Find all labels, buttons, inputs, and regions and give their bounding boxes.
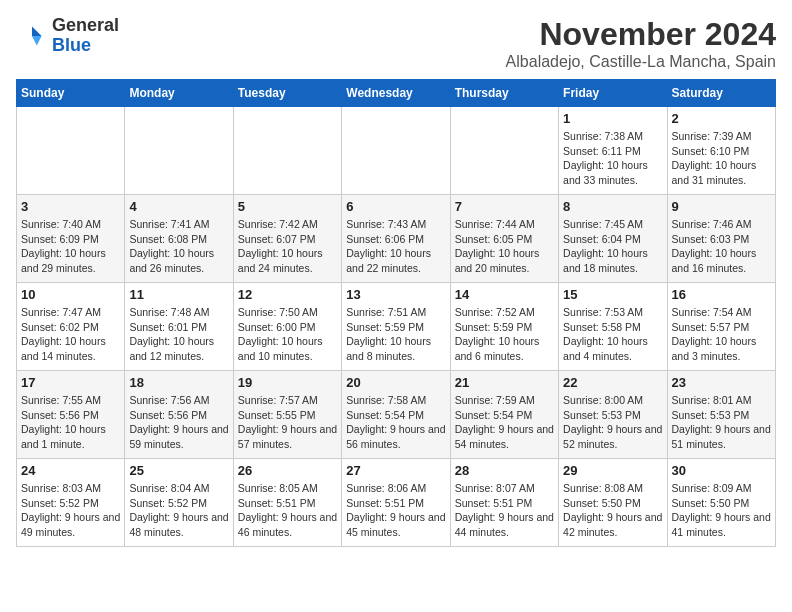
day-number: 15 [563,287,662,302]
day-number: 19 [238,375,337,390]
day-number: 18 [129,375,228,390]
calendar-cell: 28Sunrise: 8:07 AM Sunset: 5:51 PM Dayli… [450,459,558,547]
calendar-cell: 4Sunrise: 7:41 AM Sunset: 6:08 PM Daylig… [125,195,233,283]
title-block: November 2024 Albaladejo, Castille-La Ma… [506,16,776,71]
calendar-week-row: 17Sunrise: 7:55 AM Sunset: 5:56 PM Dayli… [17,371,776,459]
calendar-week-row: 3Sunrise: 7:40 AM Sunset: 6:09 PM Daylig… [17,195,776,283]
day-of-week-header: Saturday [667,80,775,107]
day-number: 12 [238,287,337,302]
calendar-cell: 27Sunrise: 8:06 AM Sunset: 5:51 PM Dayli… [342,459,450,547]
day-info: Sunrise: 7:57 AM Sunset: 5:55 PM Dayligh… [238,393,337,452]
day-number: 6 [346,199,445,214]
day-info: Sunrise: 8:00 AM Sunset: 5:53 PM Dayligh… [563,393,662,452]
day-number: 9 [672,199,771,214]
day-info: Sunrise: 7:41 AM Sunset: 6:08 PM Dayligh… [129,217,228,276]
day-info: Sunrise: 8:01 AM Sunset: 5:53 PM Dayligh… [672,393,771,452]
day-info: Sunrise: 7:52 AM Sunset: 5:59 PM Dayligh… [455,305,554,364]
day-number: 14 [455,287,554,302]
day-info: Sunrise: 7:56 AM Sunset: 5:56 PM Dayligh… [129,393,228,452]
calendar-cell: 2Sunrise: 7:39 AM Sunset: 6:10 PM Daylig… [667,107,775,195]
day-number: 17 [21,375,120,390]
day-info: Sunrise: 7:55 AM Sunset: 5:56 PM Dayligh… [21,393,120,452]
calendar-cell: 5Sunrise: 7:42 AM Sunset: 6:07 PM Daylig… [233,195,341,283]
day-info: Sunrise: 7:42 AM Sunset: 6:07 PM Dayligh… [238,217,337,276]
calendar-cell: 11Sunrise: 7:48 AM Sunset: 6:01 PM Dayli… [125,283,233,371]
day-number: 21 [455,375,554,390]
day-info: Sunrise: 7:53 AM Sunset: 5:58 PM Dayligh… [563,305,662,364]
calendar-cell: 30Sunrise: 8:09 AM Sunset: 5:50 PM Dayli… [667,459,775,547]
day-info: Sunrise: 7:44 AM Sunset: 6:05 PM Dayligh… [455,217,554,276]
calendar-header-row: SundayMondayTuesdayWednesdayThursdayFrid… [17,80,776,107]
day-number: 28 [455,463,554,478]
calendar-cell: 14Sunrise: 7:52 AM Sunset: 5:59 PM Dayli… [450,283,558,371]
calendar-cell: 25Sunrise: 8:04 AM Sunset: 5:52 PM Dayli… [125,459,233,547]
calendar-cell [233,107,341,195]
day-info: Sunrise: 8:07 AM Sunset: 5:51 PM Dayligh… [455,481,554,540]
day-info: Sunrise: 7:45 AM Sunset: 6:04 PM Dayligh… [563,217,662,276]
day-info: Sunrise: 7:54 AM Sunset: 5:57 PM Dayligh… [672,305,771,364]
calendar-week-row: 1Sunrise: 7:38 AM Sunset: 6:11 PM Daylig… [17,107,776,195]
day-number: 4 [129,199,228,214]
day-number: 1 [563,111,662,126]
day-of-week-header: Thursday [450,80,558,107]
day-number: 22 [563,375,662,390]
day-info: Sunrise: 8:09 AM Sunset: 5:50 PM Dayligh… [672,481,771,540]
calendar-cell: 20Sunrise: 7:58 AM Sunset: 5:54 PM Dayli… [342,371,450,459]
day-info: Sunrise: 7:40 AM Sunset: 6:09 PM Dayligh… [21,217,120,276]
logo-text: General Blue [52,16,119,56]
day-info: Sunrise: 7:38 AM Sunset: 6:11 PM Dayligh… [563,129,662,188]
day-of-week-header: Tuesday [233,80,341,107]
page-header: General Blue November 2024 Albaladejo, C… [16,16,776,71]
calendar-cell: 24Sunrise: 8:03 AM Sunset: 5:52 PM Dayli… [17,459,125,547]
day-info: Sunrise: 7:50 AM Sunset: 6:00 PM Dayligh… [238,305,337,364]
day-of-week-header: Sunday [17,80,125,107]
calendar-week-row: 10Sunrise: 7:47 AM Sunset: 6:02 PM Dayli… [17,283,776,371]
day-of-week-header: Monday [125,80,233,107]
calendar-cell: 6Sunrise: 7:43 AM Sunset: 6:06 PM Daylig… [342,195,450,283]
calendar-cell: 10Sunrise: 7:47 AM Sunset: 6:02 PM Dayli… [17,283,125,371]
calendar-cell: 9Sunrise: 7:46 AM Sunset: 6:03 PM Daylig… [667,195,775,283]
day-info: Sunrise: 7:43 AM Sunset: 6:06 PM Dayligh… [346,217,445,276]
day-info: Sunrise: 8:04 AM Sunset: 5:52 PM Dayligh… [129,481,228,540]
logo: General Blue [16,16,119,56]
day-info: Sunrise: 8:03 AM Sunset: 5:52 PM Dayligh… [21,481,120,540]
day-number: 7 [455,199,554,214]
calendar-cell: 26Sunrise: 8:05 AM Sunset: 5:51 PM Dayli… [233,459,341,547]
day-number: 25 [129,463,228,478]
day-number: 13 [346,287,445,302]
calendar-cell [17,107,125,195]
day-info: Sunrise: 7:58 AM Sunset: 5:54 PM Dayligh… [346,393,445,452]
day-number: 30 [672,463,771,478]
calendar-table: SundayMondayTuesdayWednesdayThursdayFrid… [16,79,776,547]
day-number: 29 [563,463,662,478]
day-info: Sunrise: 8:05 AM Sunset: 5:51 PM Dayligh… [238,481,337,540]
day-number: 11 [129,287,228,302]
day-number: 2 [672,111,771,126]
month-year: November 2024 [506,16,776,53]
day-number: 16 [672,287,771,302]
day-of-week-header: Wednesday [342,80,450,107]
day-info: Sunrise: 7:48 AM Sunset: 6:01 PM Dayligh… [129,305,228,364]
day-number: 23 [672,375,771,390]
calendar-cell: 29Sunrise: 8:08 AM Sunset: 5:50 PM Dayli… [559,459,667,547]
day-number: 20 [346,375,445,390]
day-number: 3 [21,199,120,214]
day-info: Sunrise: 7:39 AM Sunset: 6:10 PM Dayligh… [672,129,771,188]
day-info: Sunrise: 7:46 AM Sunset: 6:03 PM Dayligh… [672,217,771,276]
calendar-cell: 13Sunrise: 7:51 AM Sunset: 5:59 PM Dayli… [342,283,450,371]
day-number: 26 [238,463,337,478]
day-info: Sunrise: 8:08 AM Sunset: 5:50 PM Dayligh… [563,481,662,540]
day-info: Sunrise: 7:59 AM Sunset: 5:54 PM Dayligh… [455,393,554,452]
logo-icon [16,20,48,52]
calendar-cell [450,107,558,195]
calendar-cell: 16Sunrise: 7:54 AM Sunset: 5:57 PM Dayli… [667,283,775,371]
calendar-week-row: 24Sunrise: 8:03 AM Sunset: 5:52 PM Dayli… [17,459,776,547]
location: Albaladejo, Castille-La Mancha, Spain [506,53,776,71]
calendar-cell: 22Sunrise: 8:00 AM Sunset: 5:53 PM Dayli… [559,371,667,459]
calendar-cell [125,107,233,195]
calendar-cell: 17Sunrise: 7:55 AM Sunset: 5:56 PM Dayli… [17,371,125,459]
day-number: 8 [563,199,662,214]
calendar-cell: 3Sunrise: 7:40 AM Sunset: 6:09 PM Daylig… [17,195,125,283]
day-info: Sunrise: 7:47 AM Sunset: 6:02 PM Dayligh… [21,305,120,364]
calendar-cell: 7Sunrise: 7:44 AM Sunset: 6:05 PM Daylig… [450,195,558,283]
